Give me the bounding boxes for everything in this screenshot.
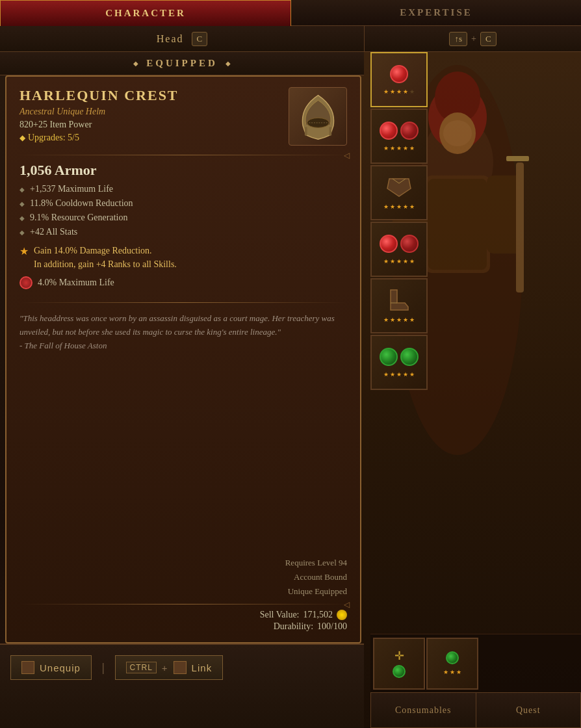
ring-gem-2 [400,235,419,253]
slot-weapon[interactable]: ★ ★ ★ ★ ★ [370,335,428,390]
ctrl-key-label: CTRL [126,662,157,673]
weapon-gem-1 [380,348,398,366]
divider-middle [19,302,347,303]
account-bound: Account Bound [19,570,347,584]
slot-helmet-gems [390,65,408,83]
ring-gem-1 [380,235,398,253]
item-type: Ancestral Unique Helm [19,107,289,117]
star-4: ★ [403,88,408,95]
stat-row-4: ◆ +42 All Stats [19,227,347,237]
weapon-cross-icon: ✛ [394,649,404,663]
stat-row-3: ◆ 9.1% Resource Generation [19,213,347,223]
slot-boots[interactable]: ★ ★ ★ ★ ★ [370,278,428,333]
sell-info: Sell Value: 171,502 Durability: 100/100 [19,610,347,632]
requires-level: Requires Level 94 [19,556,347,570]
star-2: ★ [390,88,395,95]
svg-point-5 [443,120,472,146]
tab-quest[interactable]: Quest [476,692,582,728]
offhand-gems [446,651,459,664]
equipped-label: EQUIPPED [146,58,218,69]
star-5: ★ [409,88,415,95]
shortcut-plus: + [471,34,476,44]
link-icon [174,661,187,674]
slot-name: Head [157,33,184,45]
extra-slots-area: ✛ ★ ★ ★ [370,634,581,692]
unequip-button[interactable]: Unequip [10,655,92,680]
unique-equipped: Unique Equipped [19,584,347,599]
link-button[interactable]: CTRL + Link [115,655,224,680]
oh-gem-1 [446,651,459,664]
slot-weapon-gems [380,348,419,366]
slot-chest[interactable]: ★ ★ ★ ★ ★ [370,165,428,220]
perk-text: Gain 14.0% Damage Reduction.In addition,… [34,244,177,271]
sell-value-row: Sell Value: 171,502 [260,610,347,620]
chest-star-rating: ★ ★ ★ ★ ★ [383,203,415,210]
item-header: HARLEQUIN CREST Ancestral Unique Helm 82… [19,87,347,146]
ring-star-rating: ★ ★ ★ ★ ★ [383,258,415,265]
action-separator: | [102,661,105,675]
consumables-label: Consumables [395,705,451,716]
shortcut-bar: ↑s + C [364,26,581,52]
slot-chest-gems [386,176,412,198]
svg-rect-7 [428,179,487,270]
divider-top: ◁ [19,155,347,155]
perk-star-icon: ★ [19,245,29,257]
action-bar: Unequip | CTRL + Link [0,644,364,728]
stat-row-2: ◆ 11.8% Cooldown Reduction [19,198,347,209]
equipped-header: ◆ EQUIPPED ◆ [0,52,364,75]
star-3: ★ [396,88,402,95]
gold-icon [337,610,347,620]
stat-diamond-3: ◆ [19,214,25,222]
stat-diamond-4: ◆ [19,229,25,236]
socket-gem-icon [19,276,32,289]
durability-label: Durability: [274,621,313,632]
socket-text: 4.0% Maximum Life [38,278,114,288]
durability-value: 100/100 [317,621,347,632]
unique-perk: ★ Gain 14.0% Damage Reduction.In additio… [19,244,347,271]
weapon-star-rating: ★ ★ ★ ★ ★ [383,371,415,378]
top-navigation: CHARACTER EXPERTISE [0,0,581,26]
flavor-text: "This headdress was once worn by an assa… [19,312,347,352]
slot-ring[interactable]: ★ ★ ★ ★ ★ [370,222,428,277]
weapon-gem-2 [400,348,419,366]
item-upgrades: ◆ Upgrades: 5/5 [19,133,289,143]
stat-diamond-2: ◆ [19,200,25,207]
upgrades-text: Upgrades: 5/5 [28,133,79,143]
extra-slot-offhand[interactable]: ★ ★ ★ [426,638,478,690]
tab-expertise[interactable]: EXPERTISE [291,0,581,26]
diamond-left: ◆ [133,60,138,67]
stat-2-text: 11.8% Cooldown Reduction [30,198,133,209]
slot-amulet[interactable]: ★ ★ ★ ★ ★ [370,109,428,164]
svg-rect-11 [506,156,529,161]
unequip-icon [21,661,34,674]
bottom-tabs: Consumables Quest [370,692,581,728]
helmet-star-rating: ★ ★ ★ ★ ★ [383,88,415,95]
item-info-left: HARLEQUIN CREST Ancestral Unique Helm 82… [19,87,289,143]
equipment-slots: ★ ★ ★ ★ ★ ★ ★ ★ ★ ★ ★ [370,52,432,390]
item-name: HARLEQUIN CREST [19,87,289,104]
stat-1-text: +1,537 Maximum Life [30,184,113,194]
stat-diamond-1: ◆ [19,186,25,193]
diamond-right: ◆ [226,60,231,67]
tab-consumables[interactable]: Consumables [370,692,476,728]
item-requirements: Requires Level 94 Account Bound Unique E… [19,556,347,599]
character-tab-label: CHARACTER [105,8,186,19]
durability-row: Durability: 100/100 [274,621,347,632]
w-gem-1 [393,665,406,678]
upgrade-diamond-icon: ◆ [19,133,25,143]
amulet-star-rating: ★ ★ ★ ★ ★ [383,145,415,151]
item-icon [289,87,347,146]
stat-4-text: +42 All Stats [30,227,77,237]
extra-slot-weapon[interactable]: ✛ [373,638,425,690]
slot-amulet-gems [380,122,419,140]
tab-character[interactable]: CHARACTER [0,0,291,26]
gem-red-1 [390,65,408,83]
link-label: Link [192,662,213,673]
sell-value: 171,502 [303,610,333,620]
action-buttons: Unequip | CTRL + Link [0,645,364,685]
shortcut-c: C [480,32,497,46]
slot-helmet[interactable]: ★ ★ ★ ★ ★ [370,52,428,107]
item-card: HARLEQUIN CREST Ancestral Unique Helm 82… [5,75,361,644]
stat-row-1: ◆ +1,537 Maximum Life [19,184,347,194]
helmet-svg [294,89,342,144]
